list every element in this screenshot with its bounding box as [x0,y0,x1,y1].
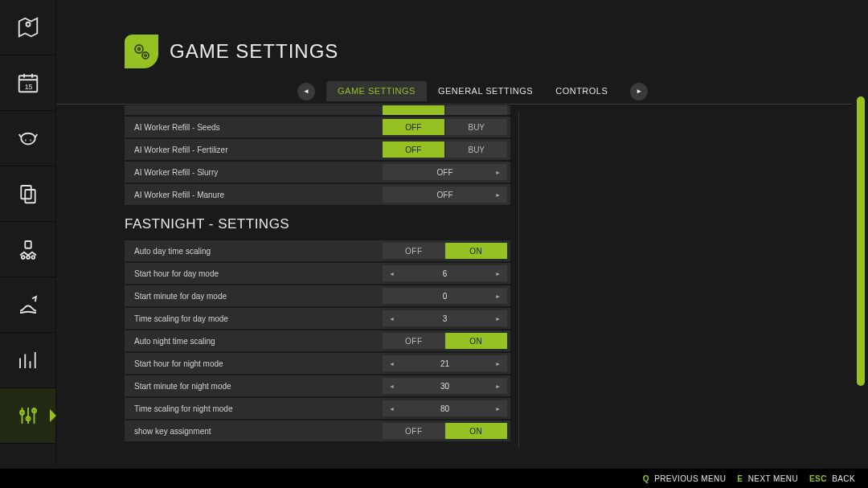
value-spinner[interactable]: ◄ 21 ► [383,355,507,371]
setting-label: Start minute for night mode [134,382,231,391]
scrollbar-thumb[interactable] [857,96,865,386]
value-spinner[interactable]: ◄ 0 ► [383,288,507,304]
setting-row [125,105,510,115]
tab-general-settings[interactable]: GENERAL SETTINGS [427,81,544,101]
svg-point-0 [26,23,30,27]
growth-icon [16,293,40,317]
footer-back[interactable]: BACK [832,474,855,483]
off-option[interactable] [383,105,444,115]
settings-badge [125,35,158,68]
svg-rect-3 [21,186,31,199]
page-title: GAME SETTINGS [170,40,338,63]
nav-map[interactable] [0,0,55,55]
content-divider [518,111,519,449]
map-icon [16,15,40,39]
value-text: 0 [443,292,448,301]
setting-row: Start hour for night mode ◄ 21 ► [125,353,510,374]
setting-label: Start hour for day mode [134,269,219,278]
footer-prev[interactable]: PREVIOUS MENU [654,474,726,483]
setting-row: AI Worker Refill - Manure OFF ► [125,184,510,205]
setting-label: AI Worker Refill - Seeds [134,123,220,132]
section-title: FASTNIGHT - SETTINGS [125,216,510,232]
setting-row: Time scaling for night mode ◄ 80 ► [125,398,510,419]
production-icon [16,237,40,261]
off-on-toggle[interactable]: OFF ON [383,423,507,439]
value-spinner[interactable]: ◄ 30 ► [383,378,507,394]
nav-animals[interactable] [0,111,55,166]
nav-settings[interactable] [0,388,55,444]
value-spinner[interactable]: ◄ 3 ► [383,310,507,326]
setting-row: AI Worker Refill - Slurry OFF ► [125,162,510,182]
setting-row: Start minute for night mode ◄ 30 ► [125,375,510,396]
value-spinner[interactable]: ◄ 6 ► [383,265,507,281]
buy-option[interactable]: BUY [446,141,508,158]
svg-rect-4 [25,190,35,203]
value-text: 6 [443,269,448,278]
key-esc: ESC [809,474,827,483]
setting-row: Auto day time scaling OFF ON [125,240,510,261]
chevron-right-icon[interactable]: ► [495,361,501,367]
nav-calendar[interactable]: 15 [0,55,55,111]
chevron-right-icon[interactable]: ► [495,293,501,299]
off-on-toggle[interactable]: OFF ON [383,333,507,349]
off-buy-toggle[interactable] [383,105,507,115]
chevron-right-icon[interactable]: ► [495,383,501,389]
on-option[interactable]: ON [445,243,508,259]
setting-label: AI Worker Refill - Slurry [134,168,218,177]
nav-finance[interactable] [0,277,55,333]
chevron-right-icon[interactable]: ► [495,406,501,412]
documents-icon [16,182,40,206]
value-text: OFF [437,191,453,199]
chevron-left-icon[interactable]: ◄ [389,383,395,389]
tab-next-button[interactable]: ► [630,83,648,100]
footer-bar: Q PREVIOUS MENU E NEXT MENU ESC BACK [0,469,868,488]
value-spinner[interactable]: ◄ 80 ► [383,400,507,416]
chevron-left-icon[interactable]: ◄ [389,406,395,412]
settings-list: AI Worker Refill - Seeds OFF BUY AI Work… [125,105,510,451]
setting-row: AI Worker Refill - Fertilizer OFF BUY [125,139,510,160]
value-text: 30 [440,382,449,391]
svg-point-12 [135,45,143,53]
tab-controls[interactable]: CONTROLS [544,81,619,101]
off-selector[interactable]: OFF ► [383,187,507,203]
chevron-right-icon[interactable]: ► [495,271,501,277]
off-option[interactable]: OFF [383,423,445,439]
chevron-left-icon[interactable]: ◄ [389,316,395,322]
setting-row: show key assignment OFF ON [125,420,510,441]
off-buy-toggle[interactable]: OFF BUY [383,119,507,135]
off-option[interactable]: OFF [383,119,444,135]
off-buy-toggle[interactable]: OFF BUY [383,141,507,158]
value-text: 80 [440,404,449,413]
setting-row: Time scaling for day mode ◄ 3 ► [125,308,510,329]
value-text: 21 [440,359,449,368]
gear-icon [132,42,151,61]
svg-point-6 [21,256,24,259]
on-option[interactable]: ON [445,423,508,439]
sliders-icon [16,404,40,428]
footer-next[interactable]: NEXT MENU [748,474,798,483]
nav-stats[interactable] [0,333,55,388]
svg-text:15: 15 [24,83,32,91]
svg-point-15 [145,55,146,56]
off-on-toggle[interactable]: OFF ON [383,243,507,259]
setting-label: AI Worker Refill - Fertilizer [134,146,228,154]
buy-option[interactable] [446,105,508,115]
chevron-right-icon[interactable]: ► [495,192,501,198]
off-option[interactable]: OFF [383,333,445,349]
tab-game-settings[interactable]: GAME SETTINGS [326,81,427,101]
off-selector[interactable]: OFF ► [383,164,507,180]
tab-bar: ◄ GAME SETTINGS GENERAL SETTINGS CONTROL… [56,79,852,105]
off-option[interactable]: OFF [383,243,445,259]
nav-contracts[interactable] [0,166,55,222]
nav-production[interactable] [0,222,55,277]
value-text: OFF [437,168,453,177]
setting-label: Time scaling for night mode [134,404,232,413]
chevron-left-icon[interactable]: ◄ [389,271,395,277]
chevron-right-icon[interactable]: ► [495,170,501,175]
off-option[interactable]: OFF [383,141,444,158]
on-option[interactable]: ON [445,333,508,349]
tab-prev-button[interactable]: ◄ [297,83,315,100]
chevron-right-icon[interactable]: ► [495,316,501,322]
buy-option[interactable]: BUY [446,119,508,135]
chevron-left-icon[interactable]: ◄ [389,361,395,367]
